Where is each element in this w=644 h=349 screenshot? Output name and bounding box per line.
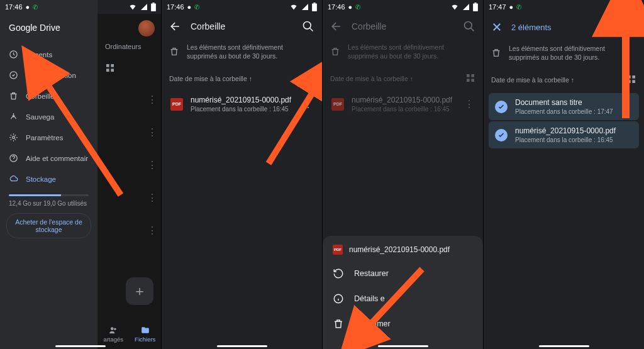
screenshot-2: 17:46●✆ Corbeille Les éléments sont défi… — [161, 0, 322, 349]
svg-point-15 — [304, 22, 311, 30]
svg-rect-7 — [152, 3, 154, 4]
buy-storage-button[interactable]: Acheter de l'espace de stockage — [6, 213, 91, 238]
menu-offline[interactable]: Hors connexion — [0, 65, 97, 86]
wifi-icon — [128, 3, 137, 11]
sort-row[interactable]: Date de mise à la corbeille ↑ — [484, 70, 644, 92]
nav-pill — [217, 345, 267, 347]
page-title: Corbeille — [352, 21, 454, 31]
list-item-placeholders: ⋮⋮⋮⋮⋮ — [147, 96, 157, 235]
more-icon[interactable]: ⋮ — [301, 98, 316, 110]
page-title: Corbeille — [191, 21, 293, 31]
status-bar: 17:46●✆ — [323, 0, 483, 14]
svg-rect-32 — [603, 23, 611, 31]
signal-icon — [140, 3, 148, 11]
close-selection-icon[interactable] — [491, 21, 502, 33]
svg-rect-2 — [106, 69, 109, 72]
trash-icon — [491, 44, 501, 62]
file-row[interactable]: PDF numérisé_20210915-0000.pdf Placement… — [162, 91, 322, 118]
drive-logo: Google Drive — [0, 14, 97, 44]
pdf-icon: PDF — [331, 98, 344, 111]
avatar[interactable] — [138, 20, 155, 36]
pdf-icon: PDF — [170, 98, 183, 111]
top-bar: Corbeille — [162, 14, 322, 40]
svg-point-4 — [111, 327, 114, 330]
svg-rect-18 — [306, 79, 309, 82]
svg-point-5 — [114, 328, 116, 330]
check-icon — [495, 129, 508, 141]
svg-rect-3 — [111, 69, 114, 72]
back-icon[interactable] — [169, 20, 182, 33]
status-bar: 17:46 ● ✆ — [0, 0, 161, 14]
trash-notice: Les éléments sont définitivement supprim… — [323, 40, 483, 69]
svg-point-23 — [465, 22, 472, 30]
sort-label: Date de mise à la corbeille ↑ — [169, 75, 252, 82]
svg-rect-6 — [151, 4, 156, 11]
pdf-icon: PDF — [333, 245, 343, 255]
search-icon[interactable] — [302, 20, 314, 33]
svg-rect-0 — [106, 64, 109, 67]
back-icon[interactable] — [330, 20, 343, 33]
screenshot-1: Ordinateurs ⋮⋮⋮⋮⋮ ＋ artagés Fichiers 17:… — [0, 0, 161, 349]
svg-rect-33 — [605, 25, 609, 29]
file-name: numérisé_20210915-0000.pdf — [191, 96, 293, 104]
svg-rect-1 — [111, 64, 114, 67]
file-row: PDF numérisé_20210915-0000.pdf Placement… — [323, 91, 483, 118]
svg-rect-14 — [313, 3, 315, 4]
trash-notice: Les éléments sont définitivement supprim… — [484, 42, 644, 70]
trash-icon — [330, 43, 340, 60]
menu-settings[interactable]: Paramètres — [0, 127, 97, 148]
sort-row[interactable]: Date de mise à la corbeille ↑ — [162, 69, 322, 91]
chat-icon: ● — [26, 3, 30, 11]
overflow-icon[interactable]: ⋮ — [621, 20, 636, 34]
grid-view-icon[interactable] — [105, 63, 115, 75]
menu-recents[interactable]: Récents — [0, 44, 97, 65]
screenshot-4: 17:47●✆ 2 éléments ⋮ Les éléments sont d… — [483, 0, 644, 349]
grid-toggle-icon[interactable] — [626, 74, 636, 86]
nav-pill — [55, 345, 106, 347]
svg-rect-25 — [471, 74, 474, 77]
sheet-delete[interactable]: Supprimer — [323, 311, 483, 336]
svg-rect-22 — [474, 3, 476, 4]
file-row-selected[interactable]: numérisé_20210915-0000.pdf Placement dan… — [489, 121, 639, 148]
menu-backup[interactable]: Sauvega — [0, 106, 97, 127]
search-icon[interactable] — [463, 20, 475, 33]
tab-files[interactable]: Fichiers — [130, 319, 162, 349]
menu-trash[interactable]: Corbeille — [0, 86, 97, 106]
svg-rect-27 — [471, 79, 474, 82]
new-fab[interactable]: ＋ — [126, 277, 153, 305]
bottom-sheet: PDF numérisé_20210915-0000.pdf Restaurer… — [323, 236, 483, 349]
bottom-tabs[interactable]: artagés Fichiers — [97, 319, 161, 349]
selection-count: 2 éléments — [511, 23, 592, 32]
svg-rect-13 — [312, 4, 317, 11]
svg-rect-34 — [628, 75, 631, 79]
drive-background: Ordinateurs ⋮⋮⋮⋮⋮ ＋ artagés Fichiers — [97, 14, 161, 349]
sheet-details[interactable]: Détails e — [323, 286, 483, 311]
trash-icon — [169, 43, 179, 60]
nav-pill — [539, 345, 589, 347]
storage-usage-text: 12,4 Go sur 19,0 Go utilisés — [0, 200, 97, 213]
svg-rect-35 — [632, 75, 635, 79]
svg-point-10 — [13, 136, 15, 139]
select-all-icon[interactable] — [601, 21, 613, 33]
grid-toggle-icon[interactable] — [304, 73, 314, 84]
sheet-header: PDF numérisé_20210915-0000.pdf — [323, 245, 483, 261]
tab-shared[interactable]: artagés — [97, 319, 130, 349]
file-row-selected[interactable]: Document sans titre Placement dans la co… — [489, 93, 639, 120]
more-icon: ⋮ — [462, 98, 477, 110]
svg-rect-31 — [635, 3, 637, 4]
svg-rect-30 — [634, 4, 639, 11]
file-subtext: Placement dans la corbeille : 16:45 — [191, 106, 293, 113]
sheet-restore[interactable]: Restaurer — [323, 261, 483, 286]
nav-drawer: 17:46 ● ✆ Google Drive Récents Hors conn… — [0, 0, 97, 349]
svg-rect-26 — [467, 79, 470, 82]
svg-rect-19 — [310, 79, 313, 82]
grid-toggle-icon — [465, 73, 475, 84]
menu-help[interactable]: Aide et commentair — [0, 148, 97, 169]
sort-row: Date de mise à la corbeille ↑ — [323, 69, 483, 91]
svg-rect-24 — [467, 74, 470, 77]
svg-rect-16 — [306, 74, 309, 77]
svg-rect-17 — [310, 74, 313, 77]
storage-progress — [9, 194, 89, 196]
menu-storage[interactable]: Stockage — [0, 169, 97, 189]
svg-rect-36 — [628, 80, 631, 83]
